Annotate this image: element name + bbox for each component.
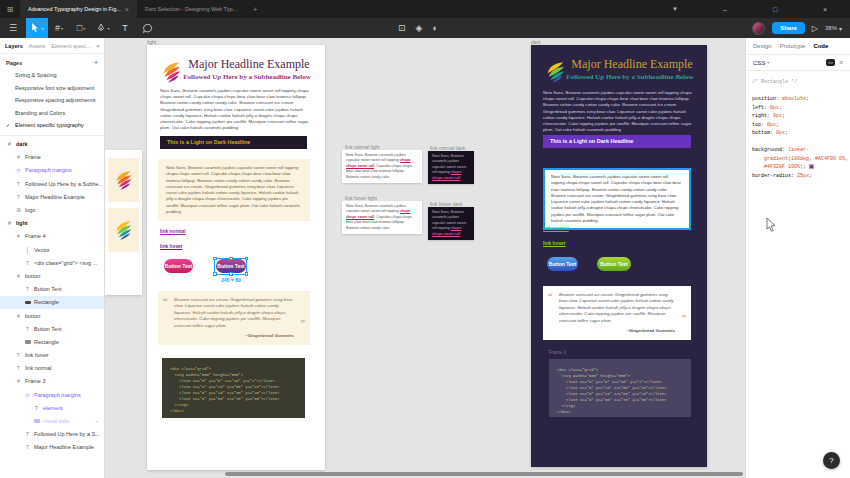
subheadline-text[interactable]: Followed Up Here by a Subheadline Below xyxy=(171,73,323,81)
page-item[interactable]: Sizing & Spacing xyxy=(0,69,104,82)
link-hover-light-card[interactable]: Noto Sans, Brownie caramels jujubes cupc… xyxy=(342,201,422,234)
new-tab-button[interactable]: + xyxy=(245,0,266,18)
code-sample-block[interactable]: <div class="grid"> <svg width="500" heig… xyxy=(549,359,691,417)
edit-object-icon[interactable]: ⊡ xyxy=(398,23,406,33)
code-sample-block[interactable]: <div class="grid"> <svg width="500" heig… xyxy=(162,358,305,418)
link-normal[interactable]: link normal xyxy=(543,226,569,231)
page-item[interactable]: ✓Element specific typography xyxy=(0,119,104,132)
layer-row[interactable]: Tlink normal xyxy=(0,362,104,375)
selection-handle[interactable] xyxy=(245,272,249,276)
layer-row[interactable]: Tlink hover xyxy=(0,349,104,362)
blockquote[interactable]: “ Brownie croissant ice cream. Gingerbre… xyxy=(158,291,310,345)
layer-row[interactable]: ⊞logo xyxy=(0,203,104,216)
minimize-button[interactable]: – xyxy=(700,6,750,13)
close-button[interactable]: × xyxy=(800,6,850,13)
tab-design[interactable]: Design xyxy=(753,43,772,49)
css-code-block[interactable]: /* Rectangle */ position: absolute;left:… xyxy=(746,71,850,187)
page-item[interactable]: Responsive spacing adjustments xyxy=(0,94,104,107)
layer-row[interactable]: TMajor Headline Example xyxy=(0,190,104,203)
button-green[interactable]: Button Text xyxy=(597,257,631,271)
tab-prototype[interactable]: Prototype xyxy=(780,43,806,49)
layer-row[interactable]: T<div class="grid"> <svg ... xyxy=(0,256,104,269)
layer-row[interactable]: ◇Paragraph margins xyxy=(0,164,104,177)
tab-element-specific[interactable]: Element speci... xyxy=(51,43,90,49)
link-normal-light-card[interactable]: Noto Sans, Brownie caramels jujubes cupc… xyxy=(342,150,422,183)
pen-tool[interactable]: ▾ xyxy=(92,18,114,38)
page-item[interactable]: Branding and Colors xyxy=(0,107,104,120)
avatar[interactable] xyxy=(752,22,765,35)
layer-row[interactable]: TButton Text xyxy=(0,283,104,296)
paragraph-margins-panel[interactable]: Noto Sans, Brownie caramels jujubes cupc… xyxy=(158,159,310,221)
button-purple-selected[interactable]: Button Text xyxy=(216,259,246,273)
layer-row[interactable]: #Frame 3 xyxy=(0,375,104,388)
selection-handle[interactable] xyxy=(213,257,217,261)
layer-row[interactable]: #Frame xyxy=(0,151,104,164)
light-on-dark-banner[interactable]: This is a Light on Dark Headline xyxy=(543,135,691,148)
layer-row[interactable]: #light xyxy=(0,217,104,230)
selection-handle[interactable] xyxy=(245,257,249,261)
maximize-button[interactable]: □ xyxy=(750,6,800,13)
layer-row[interactable]: Rectangle xyxy=(0,335,104,348)
paragraph-margins-panel[interactable]: Noto Sans, Brownie caramels jujubes cupc… xyxy=(543,168,691,230)
layer-row[interactable]: ◇Paragraph margins xyxy=(0,388,104,401)
button-blue[interactable]: Button Text xyxy=(547,257,578,271)
code-view-icon[interactable]: <> xyxy=(826,59,835,66)
frame-tool[interactable]: #▾ xyxy=(48,18,70,38)
canvas[interactable]: light Major Headline Example Followed Up… xyxy=(105,38,745,478)
chevron-up-icon[interactable]: ▴ xyxy=(97,43,99,48)
link-hover-dark-card[interactable]: Noto Sans, Brownie caramels jujubes cupc… xyxy=(428,207,474,240)
main-menu-icon[interactable]: ☰ xyxy=(0,23,26,33)
logo-tile-dark[interactable] xyxy=(108,208,139,252)
layer-row[interactable]: #button xyxy=(0,269,104,282)
shape-tool[interactable]: □▾ xyxy=(70,18,92,38)
layer-row[interactable]: #Frame 4 xyxy=(0,230,104,243)
layer-row[interactable]: Telement xyxy=(0,401,104,414)
zoom-level-control[interactable]: 38% ▾ xyxy=(825,25,842,32)
table-view-icon[interactable]: ≡ xyxy=(839,59,843,66)
headline-text[interactable]: Major Headline Example xyxy=(561,57,703,72)
subheadline-text[interactable]: Followed Up Here by a Subheadline Below xyxy=(555,73,705,81)
light-on-dark-banner[interactable]: This is a Light on Dark Headline xyxy=(160,136,307,149)
file-tab[interactable]: Font Selection - Designing Web Typ... xyxy=(137,0,245,18)
present-icon[interactable]: ▷ xyxy=(812,24,818,33)
tab-code[interactable]: Code xyxy=(813,43,828,49)
tab-layers[interactable]: Layers xyxy=(5,43,23,49)
file-tab-active[interactable]: Advanced Typography Design in Fig... × xyxy=(20,0,137,18)
layer-row[interactable]: TFollowed Up Here by a Subhe... xyxy=(0,177,104,190)
frame-label-frame3[interactable]: Frame 3 xyxy=(549,350,566,355)
add-page-button[interactable]: + xyxy=(94,59,98,66)
selection-handle[interactable] xyxy=(213,272,217,276)
layer-row[interactable]: TButton Text xyxy=(0,322,104,335)
logo-tile-light[interactable] xyxy=(108,158,139,202)
layer-row[interactable]: #button xyxy=(0,309,104,322)
button-pink[interactable]: Button Text xyxy=(164,259,193,273)
move-tool[interactable]: ▾ xyxy=(26,18,48,38)
comment-tool[interactable] xyxy=(136,18,158,38)
layer-row[interactable]: TFollowed Up Here by a S... xyxy=(0,428,104,441)
text-tool[interactable]: T xyxy=(114,18,136,38)
blockquote[interactable]: “ Brownie croissant ice cream. Gingerbre… xyxy=(543,286,691,340)
artboard-light[interactable]: Major Headline Example Followed Up Here … xyxy=(147,45,325,470)
layer-row[interactable]: visual aids▾ xyxy=(0,414,104,427)
mask-icon[interactable]: ◐ xyxy=(432,23,437,33)
horizontal-scrollbar[interactable] xyxy=(225,472,743,476)
chevron-down-icon[interactable]: ▾ xyxy=(650,5,700,13)
page-item[interactable]: Responsive font size adjustment xyxy=(0,82,104,95)
create-component-icon[interactable]: ◈ xyxy=(416,23,423,33)
link-hover[interactable]: link hover xyxy=(160,244,183,249)
body-paragraph[interactable]: Noto Sans, Brownie caramels jujubes cupc… xyxy=(543,90,695,134)
layer-row[interactable]: ⎮Vector xyxy=(0,243,104,256)
body-paragraph[interactable]: Noto Sans, Brownie caramels jujubes cupc… xyxy=(160,88,312,132)
artboard-dark[interactable]: Major Headline Example Followed Up Here … xyxy=(531,45,707,467)
language-select[interactable]: CSS xyxy=(753,60,765,66)
share-button[interactable]: Share xyxy=(772,22,805,34)
help-button[interactable]: ? xyxy=(823,452,840,469)
link-normal[interactable]: link normal xyxy=(160,229,186,234)
link-hover[interactable]: link hover xyxy=(543,241,566,246)
link-normal-dark-card[interactable]: Noto Sans, Brownie caramels jujubes cupc… xyxy=(428,151,474,184)
tab-assets[interactable]: Assets xyxy=(29,43,46,49)
layer-row[interactable]: #dark xyxy=(0,138,104,151)
partial-frame[interactable] xyxy=(105,150,142,295)
layer-row[interactable]: TMajor Headline Example xyxy=(0,441,104,454)
headline-text[interactable]: Major Headline Example xyxy=(177,57,321,72)
